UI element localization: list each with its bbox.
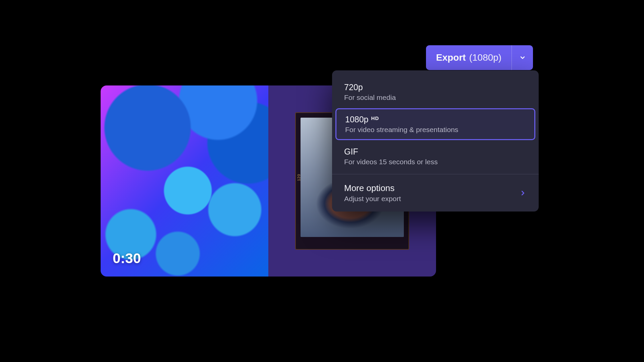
more-options-title: More options (344, 183, 401, 193)
option-title: 1080p (345, 115, 369, 124)
option-title: GIF (344, 147, 358, 157)
export-split-button: Export (1080p) (426, 45, 533, 70)
export-options-dropdown: 720p For social media 1080p HD For video… (332, 70, 539, 212)
frame-number: 120 (297, 174, 301, 181)
export-option-720p[interactable]: 720p For social media (335, 77, 535, 107)
divider (332, 174, 539, 174)
chevron-down-icon (519, 54, 526, 61)
option-subtitle: For social media (344, 94, 527, 102)
preview-thumbnail-left: 0:30 (101, 85, 268, 277)
export-label: Export (436, 52, 466, 63)
option-subtitle: For videos 15 seconds or less (344, 158, 527, 166)
export-option-gif[interactable]: GIF For videos 15 seconds or less (335, 141, 535, 171)
option-subtitle: For video streaming & presentations (345, 126, 526, 134)
export-option-1080p[interactable]: 1080p HD For video streaming & presentat… (335, 108, 535, 140)
video-timestamp: 0:30 (113, 250, 141, 266)
option-title: 720p (344, 82, 363, 92)
export-resolution: (1080p) (469, 52, 502, 63)
more-options-row[interactable]: More options Adjust your export (335, 177, 535, 209)
chevron-right-icon (519, 189, 527, 197)
export-dropdown-toggle[interactable] (512, 45, 533, 70)
more-options-subtitle: Adjust your export (344, 195, 401, 203)
export-button[interactable]: Export (1080p) (426, 45, 512, 70)
hd-badge: HD (371, 115, 379, 121)
